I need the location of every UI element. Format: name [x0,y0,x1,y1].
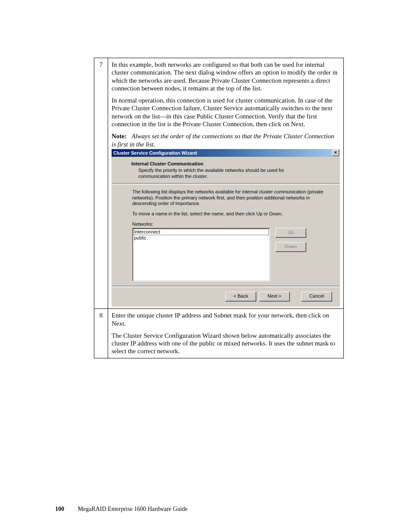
page-number: 100 [55,506,64,512]
back-button[interactable]: < Back [225,292,256,302]
step-body-7: In this example, both networks are confi… [108,58,344,309]
step8-para2: The Cluster Service Configuration Wizard… [112,332,340,355]
list-item[interactable]: interconnect [134,229,269,235]
dialog-footer: < Back Next > Cancel [112,287,340,307]
step8-para1: Enter the unique cluster IP address and … [112,311,340,327]
spacer [293,292,299,302]
note-text: Always set the order of the connections … [112,133,334,147]
down-button[interactable]: Down [275,242,306,252]
dialog-titlebar: Cluster Service Configuration Wizard ✕ [112,149,340,157]
dialog-para1: The following list displays the networks… [132,189,330,207]
close-icon[interactable]: ✕ [332,149,339,156]
next-button[interactable]: Next > [259,292,290,302]
note-label: Note: [112,133,127,140]
networks-row: interconnect public Up Down [132,228,330,281]
wizard-dialog: Cluster Service Configuration Wizard ✕ I… [112,149,340,307]
dialog-header-title: Internal Cluster Communication [131,161,332,167]
dialog-header: Internal Cluster Communication Specify t… [112,157,340,183]
step-body-8: Enter the unique cluster IP address and … [108,309,344,358]
list-item[interactable]: public [134,235,269,241]
step7-note: Note: Always set the order of the connec… [112,132,340,148]
dialog-title: Cluster Service Configuration Wizard [113,149,197,157]
guide-title: MegaRAID Enterprise 1600 Hardware Guide [78,506,188,512]
networks-listbox[interactable]: interconnect public [132,228,270,281]
step7-para2: In normal operation, this connection is … [112,96,340,128]
updown-buttons: Up Down [275,228,306,252]
up-button[interactable]: Up [275,228,306,238]
step-number-7: 7 [94,58,108,309]
cancel-button[interactable]: Cancel [301,292,332,302]
dialog-header-subtitle: Specify the priority in which the availa… [131,167,332,180]
table-row: 8 Enter the unique cluster IP address an… [94,309,344,358]
dialog-body: Internal Cluster Communication Specify t… [112,157,340,307]
table-row: 7 In this example, both networks are con… [94,58,344,309]
dialog-main: The following list displays the networks… [112,185,340,286]
page-footer: 100 MegaRAID Enterprise 1600 Hardware Gu… [55,506,188,513]
page: 7 In this example, both networks are con… [0,0,411,532]
dialog-para2: To move a name in the list, select the n… [132,211,330,217]
step-number-8: 8 [94,309,108,358]
steps-table: 7 In this example, both networks are con… [94,58,344,358]
step7-para1: In this example, both networks are confi… [112,61,340,92]
networks-label: Networks: [132,221,330,227]
